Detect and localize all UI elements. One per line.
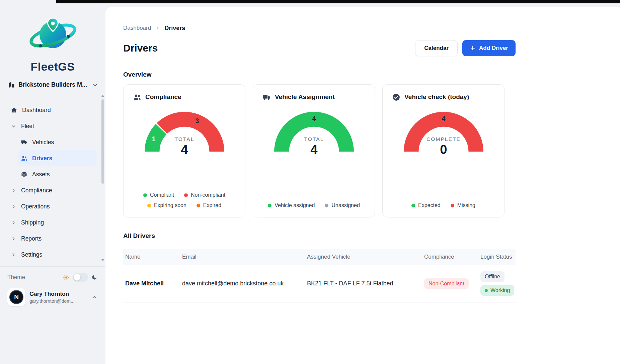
legend-item-vehicle-assigned: Vehicle assigned [268, 202, 315, 208]
scrollbar-thumb[interactable] [101, 99, 104, 184]
avatar-chip: N [7, 288, 25, 306]
sidebar-nav: DashboardFleetVehiclesDriversAssetsCompl… [0, 96, 105, 263]
gauge-center-label: COMPLETE [427, 136, 461, 142]
sidebar-item-dashboard[interactable]: Dashboard [7, 102, 97, 118]
building-icon [8, 81, 15, 88]
company-selector[interactable]: Brickstone Builders M... [8, 81, 98, 88]
user-name: Gary Thornton [29, 291, 75, 297]
legend-item-unassigned: Unassigned [325, 202, 360, 208]
sidebar-scrollbar[interactable] [101, 95, 104, 261]
legend-dot [184, 193, 188, 197]
gauge-center-value: 4 [181, 142, 188, 157]
sidebar-item-fleet[interactable]: Fleet [7, 118, 97, 134]
sidebar-item-vehicles[interactable]: Vehicles [17, 134, 97, 150]
sidebar-item-label: Drivers [32, 155, 52, 162]
avatar: N [9, 290, 23, 304]
drivers-table: NameEmailAssigned VehicleComplianceLogin… [123, 249, 516, 302]
add-driver-label: Add Driver [479, 45, 508, 52]
chevron-right-icon [11, 220, 16, 225]
sidebar-item-settings[interactable]: Settings [7, 247, 97, 263]
gauge-segment-value: 1 [152, 135, 155, 143]
sidebar-item-assets[interactable]: Assets [17, 166, 97, 182]
add-driver-button[interactable]: Add Driver [462, 40, 516, 56]
vehicle-check-legend: ExpectedMissing [411, 202, 475, 211]
legend-label: Non-compliant [191, 192, 225, 198]
chevron-right-icon [11, 236, 16, 242]
driver-vehicle: BK21 FLT - DAF LF 7.5t Flatbed [305, 280, 422, 287]
sidebar: FleetGS Brickstone Builders M... Dashboa… [0, 0, 105, 364]
legend-label: Expected [418, 202, 441, 208]
sidebar-item-label: Shipping [21, 219, 44, 226]
legend-dot [197, 204, 200, 207]
breadcrumb-current: Drivers [164, 25, 185, 32]
scroll-down-arrow[interactable] [101, 259, 104, 261]
gauge-center-value: 4 [310, 142, 318, 157]
breadcrumb-dashboard[interactable]: Dashboard [123, 25, 151, 31]
home-icon [11, 107, 17, 113]
sidebar-item-shipping[interactable]: Shipping [7, 214, 97, 231]
gauge-segment-value: 4 [312, 115, 316, 122]
legend-dot [451, 204, 454, 207]
legend-label: Unassigned [331, 202, 360, 208]
sidebar-item-compliance[interactable]: Compliance [7, 182, 97, 198]
calendar-button[interactable]: Calendar [415, 40, 458, 56]
column-header-name: Name [123, 254, 180, 260]
status-dot [485, 289, 488, 292]
chevron-right-icon [11, 188, 16, 193]
box-icon [21, 171, 27, 178]
users-icon [21, 155, 27, 162]
breadcrumb: Dashboard Drivers [123, 25, 516, 31]
check-circle-icon [392, 93, 400, 101]
chevron-up-icon [91, 294, 97, 300]
chevron-down-icon [11, 123, 16, 129]
driver-login-cell: OfflineWorking [478, 271, 516, 296]
sidebar-item-operations[interactable]: Operations [7, 198, 97, 214]
user-email: gary.thornton@dem... [29, 298, 75, 304]
gauge-center-label: TOTAL [174, 136, 194, 142]
user-menu[interactable]: N Gary Thornton gary.thornton@dem... [7, 288, 97, 306]
sidebar-item-label: Dashboard [22, 107, 51, 114]
chevron-right-icon [155, 25, 160, 31]
legend-dot [147, 204, 151, 207]
sidebar-item-reports[interactable]: Reports [7, 231, 97, 247]
logo-block: FleetGS [0, 9, 105, 73]
legend-dot [411, 204, 415, 207]
sidebar-item-label: Vehicles [32, 139, 54, 146]
legend-label: Missing [457, 202, 475, 208]
compliance-gauge: 13TOTAL4 [138, 110, 231, 160]
legend-dot [143, 193, 147, 197]
scroll-up-arrow[interactable] [101, 95, 104, 97]
legend-label: Compliant [150, 192, 174, 198]
sidebar-item-label: Operations [21, 203, 50, 210]
driver-compliance-cell: Non-Compliant [422, 278, 478, 289]
legend-label: Expired [203, 202, 221, 208]
driver-row[interactable]: Dave Mitchelldave.mitchell@demo.bricksto… [123, 265, 516, 302]
sidebar-item-label: Settings [21, 251, 42, 258]
column-header-login-status: Login Status [478, 254, 516, 260]
card-title: Compliance [145, 93, 181, 101]
users-icon [133, 93, 141, 101]
all-drivers-heading: All Drivers [123, 232, 516, 240]
main-area: Dashboard Drivers Drivers Calendar Add D… [105, 0, 620, 364]
sidebar-item-label: Reports [21, 235, 42, 242]
legend-item-expected: Expected [411, 202, 441, 208]
compliance-card: Compliance 13TOTAL4 CompliantNon-complia… [123, 84, 245, 217]
theme-toggle[interactable] [73, 273, 88, 282]
gauge-center-value: 0 [440, 142, 447, 157]
sun-icon [63, 274, 69, 281]
page-title: Drivers [123, 42, 158, 54]
sidebar-item-label: Assets [32, 171, 50, 178]
sidebar-item-drivers[interactable]: Drivers [17, 150, 97, 166]
app: FleetGS Brickstone Builders M... Dashboa… [0, 0, 620, 364]
driver-name: Dave Mitchell [123, 280, 180, 287]
vehicle-check-card: Vehicle check (today) 4COMPLETE0 Expecte… [382, 84, 505, 217]
login-status-badge-offline: Offline [480, 271, 505, 282]
legend-dot [268, 204, 272, 207]
chevron-right-icon [11, 252, 16, 258]
top-bar [56, 0, 620, 3]
moon-icon [91, 274, 97, 280]
table-body: Dave Mitchelldave.mitchell@demo.bricksto… [123, 265, 516, 302]
sidebar-footer: Theme N Gary Thornton gary.thornton@dem.… [0, 266, 105, 306]
sidebar-item-label: Fleet [21, 123, 34, 130]
toggle-knob [74, 274, 80, 281]
